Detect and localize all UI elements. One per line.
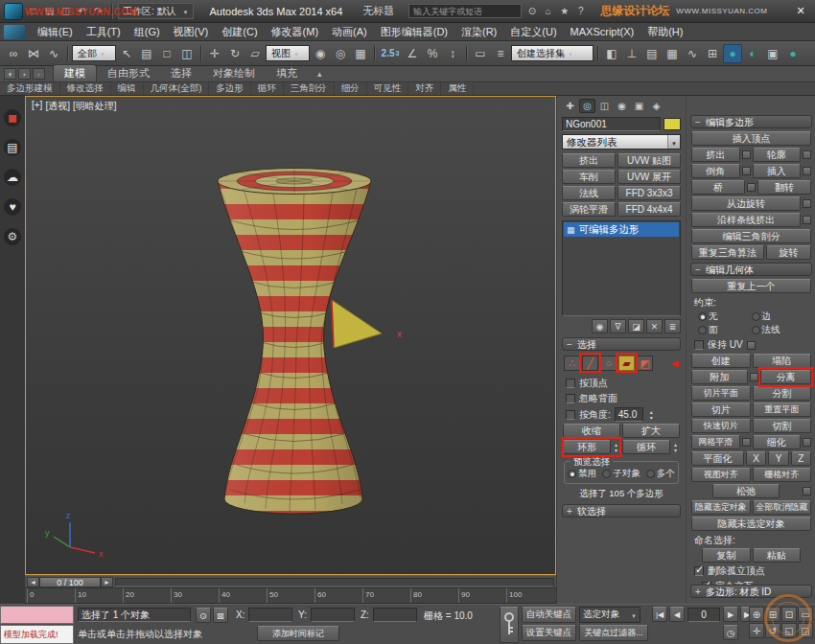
ribbon-tab[interactable]: 对象绘制: [202, 65, 266, 81]
ribbon-tab[interactable]: 填充: [266, 65, 308, 81]
vertex-mode-icon[interactable]: ∴: [564, 356, 580, 371]
unlink-selection-icon[interactable]: ⋈: [24, 44, 43, 63]
maxscript-listener-pane[interactable]: 模型加载完成!: [0, 625, 74, 644]
home-icon[interactable]: ⌂: [541, 4, 555, 18]
display-tab-icon[interactable]: ▣: [631, 99, 647, 113]
search-icon[interactable]: ⊙: [524, 4, 539, 18]
perspective-viewport[interactable]: [+] [透视] [明暗处理]: [25, 96, 556, 575]
ribbon-panel[interactable]: 属性: [441, 82, 474, 95]
zoom-region-icon[interactable]: ◱: [781, 623, 797, 638]
z-coordinate-field[interactable]: [373, 608, 417, 622]
time-slider-track[interactable]: [115, 578, 554, 586]
menu-item[interactable]: 动画(A): [325, 25, 374, 39]
coord-system-dropdown[interactable]: 视图: [266, 45, 310, 61]
modify-tab-icon[interactable]: ◎: [579, 99, 595, 113]
viewport-menu-pov[interactable]: [透视]: [45, 100, 70, 113]
time-slider-handle[interactable]: 0 / 100: [39, 577, 101, 587]
copy-button[interactable]: 复制: [702, 548, 751, 563]
current-frame-field[interactable]: [687, 608, 720, 622]
selection-filter-dropdown[interactable]: 全部: [72, 45, 116, 61]
menu-item[interactable]: 工具(T): [80, 25, 128, 39]
slice-button[interactable]: 切片: [691, 402, 751, 417]
bridge-settings-button[interactable]: [747, 183, 756, 192]
modifier-set-button[interactable]: UVW 展开: [617, 170, 681, 184]
tessellate-settings-button[interactable]: [803, 438, 811, 447]
app-logo-icon[interactable]: [4, 3, 23, 20]
preview-option-radio[interactable]: 子对象: [602, 468, 640, 480]
menu-item[interactable]: MAXScript(X): [564, 26, 641, 37]
select-and-manipulate-icon[interactable]: ◎: [331, 44, 350, 63]
inset-button[interactable]: 插入: [753, 164, 802, 178]
selection-set-dropdown[interactable]: 选定对象: [579, 607, 640, 623]
ribbon-panel[interactable]: 细分: [335, 82, 367, 95]
menu-item[interactable]: 编辑(E): [31, 25, 80, 39]
ribbon-panel[interactable]: 多边形: [209, 82, 251, 95]
flip-button[interactable]: 翻转: [757, 180, 811, 195]
planar-x-button[interactable]: X: [746, 451, 766, 466]
angle-spinner[interactable]: [647, 409, 656, 421]
go-to-start-icon[interactable]: |◀: [652, 607, 667, 622]
snaps-toggle-icon[interactable]: 2.53: [379, 44, 402, 63]
repeat-last-button[interactable]: 重复上一个: [691, 279, 811, 293]
render-setup-icon[interactable]: ◐: [743, 44, 762, 63]
rollout-selection[interactable]: 选择: [562, 337, 681, 351]
hide-selected-button[interactable]: 隐藏选定对象: [691, 500, 751, 515]
motion-tab-icon[interactable]: ◉: [614, 99, 630, 113]
collapse-button[interactable]: 塌陷: [753, 354, 812, 368]
selection-gizmo[interactable]: x: [332, 300, 402, 348]
hierarchy-tab-icon[interactable]: ◫: [596, 99, 613, 113]
show-end-result-icon[interactable]: ∇: [610, 319, 626, 334]
planar-y-button[interactable]: Y: [768, 451, 788, 466]
pan-icon[interactable]: ✛: [749, 623, 764, 638]
infocenter-search-input[interactable]: [408, 4, 522, 18]
modifier-set-button[interactable]: 挤出: [562, 153, 616, 168]
open-file-icon[interactable]: ▤: [42, 4, 57, 18]
use-pivot-center-icon[interactable]: ◉: [311, 44, 330, 63]
selection-lock-icon[interactable]: ⊠: [213, 608, 228, 623]
ribbon-panel[interactable]: 编辑: [111, 82, 144, 95]
edge-mode-icon[interactable]: ╱: [582, 356, 598, 371]
menu-item[interactable]: 自定义(U): [503, 25, 563, 39]
modifier-set-button[interactable]: 涡轮平滑: [562, 202, 616, 217]
help-icon[interactable]: ?: [573, 4, 588, 18]
outline-settings-button[interactable]: [803, 150, 811, 159]
close-button[interactable]: ✕: [792, 5, 809, 17]
select-and-move-icon[interactable]: ✛: [205, 44, 224, 63]
object-name-field[interactable]: NGon001: [562, 117, 661, 131]
make-unique-icon[interactable]: ◪: [628, 319, 644, 334]
auto-key-button[interactable]: 自动关键点: [522, 607, 576, 623]
ribbon-tab[interactable]: 自由形式: [97, 65, 160, 81]
paste-button[interactable]: 粘贴: [753, 548, 802, 563]
quickslice-button[interactable]: 快速切片: [691, 419, 751, 433]
track-bar[interactable]: 0102030405060708090100: [25, 588, 556, 604]
ribbon-tab[interactable]: 建模: [53, 64, 97, 81]
rollout-material-ids[interactable]: 多边形: 材质 ID: [690, 585, 812, 598]
turn-button[interactable]: 旋转: [766, 245, 811, 260]
modifier-set-button[interactable]: FFD 4x4x4: [617, 202, 681, 217]
modifier-set-button[interactable]: 法线: [562, 186, 616, 200]
ribbon-panel[interactable]: 三角剖分: [284, 82, 335, 95]
select-and-scale-icon[interactable]: ▱: [245, 44, 265, 63]
select-and-rotate-icon[interactable]: ↻: [225, 44, 244, 63]
next-frame-arrow-icon[interactable]: ►: [101, 577, 113, 587]
create-tab-icon[interactable]: ✚: [562, 99, 578, 113]
rollout-edit-polygons[interactable]: 编辑多边形: [690, 115, 812, 128]
keyboard-override-icon[interactable]: ▦: [351, 44, 370, 63]
detach-button[interactable]: 分离: [760, 370, 811, 384]
tessellate-button[interactable]: 细化: [753, 435, 802, 449]
constraint-radio[interactable]: 无: [698, 310, 752, 323]
extrude-spline-settings-button[interactable]: [803, 216, 811, 224]
remove-modifier-icon[interactable]: ✕: [646, 319, 663, 334]
ribbon-panel[interactable]: 几何体(全部): [144, 82, 210, 95]
previous-frame-arrow-icon[interactable]: ◄: [27, 577, 39, 587]
retriangulate-button[interactable]: 重复三角算法: [691, 245, 764, 260]
preview-option-radio[interactable]: 多个: [646, 468, 675, 480]
viewport-menu-shading[interactable]: [明暗处理]: [73, 100, 117, 113]
rollout-edit-geometry[interactable]: 编辑几何体: [690, 263, 812, 276]
outline-button[interactable]: 轮廓: [753, 148, 802, 162]
hide-unselected-button[interactable]: 隐藏未选定对象: [691, 517, 811, 531]
viewport-menu-general[interactable]: [+]: [32, 100, 42, 113]
menu-item[interactable]: 创建(C): [215, 25, 264, 39]
insert-vertex-button[interactable]: 插入顶点: [691, 131, 811, 146]
bind-to-spacewarp-icon[interactable]: ∿: [44, 44, 63, 63]
